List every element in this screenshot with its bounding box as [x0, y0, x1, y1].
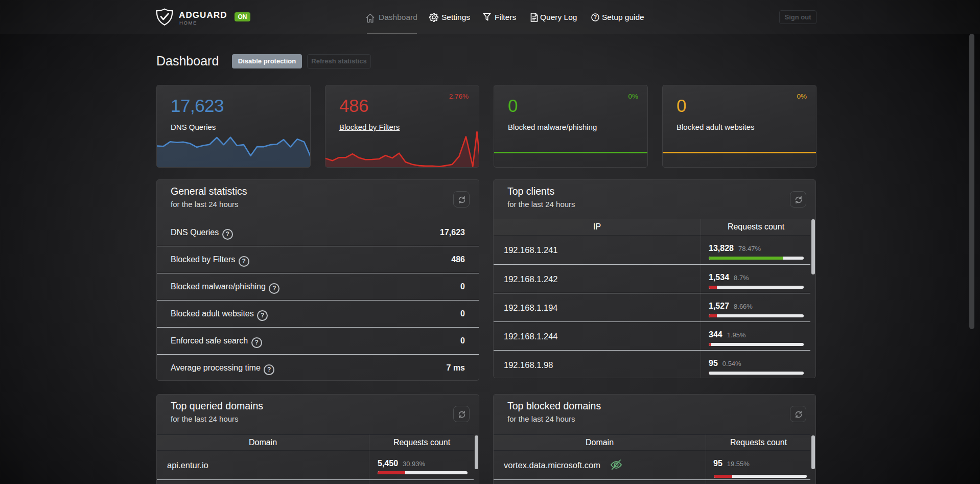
svg-text:?: ?	[594, 14, 597, 20]
